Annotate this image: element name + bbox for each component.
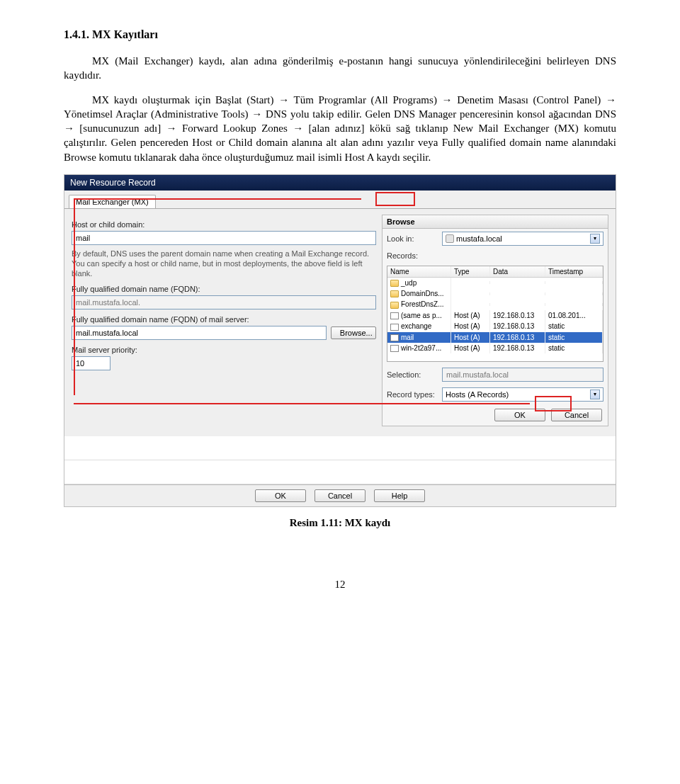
records-label: Records:: [387, 251, 438, 260]
dialog-title: New Resource Record: [70, 178, 156, 188]
row-data: 192.168.0.13: [490, 321, 545, 331]
browse-title: Browse: [382, 215, 608, 229]
paragraph-1: MX (Mail Exchanger) kaydı, alan adına gö…: [64, 54, 616, 83]
priority-label: Mail server priority:: [72, 346, 376, 354]
host-input[interactable]: [72, 231, 376, 245]
row-data: 192.168.0.13: [490, 343, 545, 353]
rectypes-label: Record types:: [387, 390, 438, 399]
folder-icon: [390, 280, 399, 287]
tab-mx[interactable]: Mail Exchanger (MX): [69, 195, 156, 208]
table-row[interactable]: ForestDnsZ...: [387, 299, 603, 309]
table-row[interactable]: (same as p...Host (A)192.168.0.1301.08.2…: [387, 310, 603, 321]
records-header: Name Type Data Timestamp: [387, 266, 603, 278]
row-timestamp: static: [545, 343, 603, 353]
chevron-down-icon: ▾: [590, 390, 600, 399]
row-type: Host (A): [451, 343, 490, 353]
annotation-line-top: [74, 198, 361, 200]
rectypes-value: Hosts (A Records): [446, 390, 509, 399]
row-name: _udp: [401, 279, 416, 287]
row-name: DomainDns...: [401, 290, 444, 297]
row-type: [451, 281, 490, 284]
dialog-button-row: OK Cancel Help: [64, 484, 616, 506]
row-timestamp: [545, 292, 603, 295]
ok-button[interactable]: OK: [255, 489, 306, 502]
content-strip: [64, 436, 616, 460]
paragraph-2: MX kaydı oluşturmak için Başlat (Start) …: [64, 93, 616, 164]
cancel-button[interactable]: Cancel: [314, 489, 366, 502]
file-icon: [390, 312, 399, 319]
lookin-label: Look in:: [387, 234, 438, 243]
row-type: [451, 303, 490, 306]
col-name[interactable]: Name: [387, 266, 451, 277]
col-type[interactable]: Type: [451, 266, 490, 277]
row-timestamp: [545, 281, 603, 284]
row-data: 192.168.0.13: [490, 310, 545, 321]
table-row[interactable]: win-2t2a97...Host (A)192.168.0.13static: [387, 343, 603, 353]
fqdn-input: [72, 295, 376, 309]
row-name: win-2t2a97...: [401, 344, 441, 352]
lookin-value: mustafa.local: [456, 234, 502, 243]
file-icon: [390, 334, 399, 341]
table-row[interactable]: DomainDns...: [387, 288, 603, 299]
tab-row: Mail Exchanger (MX): [69, 195, 616, 208]
annotation-box-browse: [375, 192, 415, 206]
table-row[interactable]: exchangeHost (A)192.168.0.13static: [387, 321, 603, 331]
section-heading: 1.4.1. MX Kayıtları: [64, 28, 616, 41]
row-timestamp: static: [545, 321, 603, 331]
fqdn-server-label: Fully qualified domain name (FQDN) of ma…: [72, 315, 376, 324]
host-label: Host or child domain:: [72, 220, 376, 229]
lookin-select[interactable]: mustafa.local ▾: [442, 232, 604, 246]
content-strip: [64, 460, 616, 484]
row-data: [490, 292, 545, 295]
browse-button[interactable]: Browse...: [331, 326, 376, 339]
row-type: Host (A): [451, 332, 490, 343]
row-timestamp: static: [545, 332, 603, 343]
annotation-line-bottom: [74, 403, 530, 404]
row-data: 192.168.0.13: [490, 332, 545, 343]
rectypes-select[interactable]: Hosts (A Records) ▾: [442, 387, 604, 402]
fqdn-server-input[interactable]: [72, 326, 327, 340]
table-row[interactable]: _udp: [387, 278, 603, 288]
selection-label: Selection:: [387, 370, 438, 379]
chevron-down-icon: ▾: [590, 234, 600, 244]
screenshot-container: New Resource Record Mail Exchanger (MX) …: [64, 174, 616, 507]
annotation-line-left: [74, 198, 75, 395]
dialog-titlebar: New Resource Record: [64, 175, 616, 191]
row-data: [490, 303, 545, 306]
folder-icon: [390, 290, 399, 297]
host-description: By default, DNS uses the parent domain n…: [72, 249, 376, 279]
col-data[interactable]: Data: [490, 266, 545, 277]
help-button[interactable]: Help: [374, 489, 425, 502]
row-type: Host (A): [451, 310, 490, 321]
row-name: mail: [401, 334, 414, 341]
mx-form: Host or child domain: By default, DNS us…: [72, 215, 376, 426]
row-timestamp: [545, 303, 603, 306]
selection-input: [442, 368, 604, 382]
file-icon: [390, 324, 399, 331]
zone-icon: [446, 234, 454, 243]
priority-input[interactable]: [72, 356, 110, 370]
col-timestamp[interactable]: Timestamp: [545, 266, 603, 277]
row-name: exchange: [401, 322, 431, 330]
figure-caption: Resim 1.11: MX kaydı: [64, 517, 616, 529]
row-type: Host (A): [451, 321, 490, 331]
row-name: ForestDnsZ...: [401, 300, 444, 308]
table-row[interactable]: mailHost (A)192.168.0.13static: [387, 332, 603, 343]
fqdn-label: Fully qualified domain name (FQDN):: [72, 285, 376, 293]
browse-dialog: Browse Look in: mustafa.local ▾ Records:…: [382, 215, 608, 426]
row-data: [490, 281, 545, 284]
annotation-box-ok: [535, 396, 572, 411]
folder-icon: [390, 302, 399, 309]
row-timestamp: 01.08.201...: [545, 310, 603, 321]
row-name: (same as p...: [401, 312, 442, 319]
file-icon: [390, 345, 399, 352]
row-type: [451, 292, 490, 295]
page-number: 12: [64, 579, 616, 591]
records-list[interactable]: Name Type Data Timestamp _udpDomainDns..…: [387, 266, 604, 362]
